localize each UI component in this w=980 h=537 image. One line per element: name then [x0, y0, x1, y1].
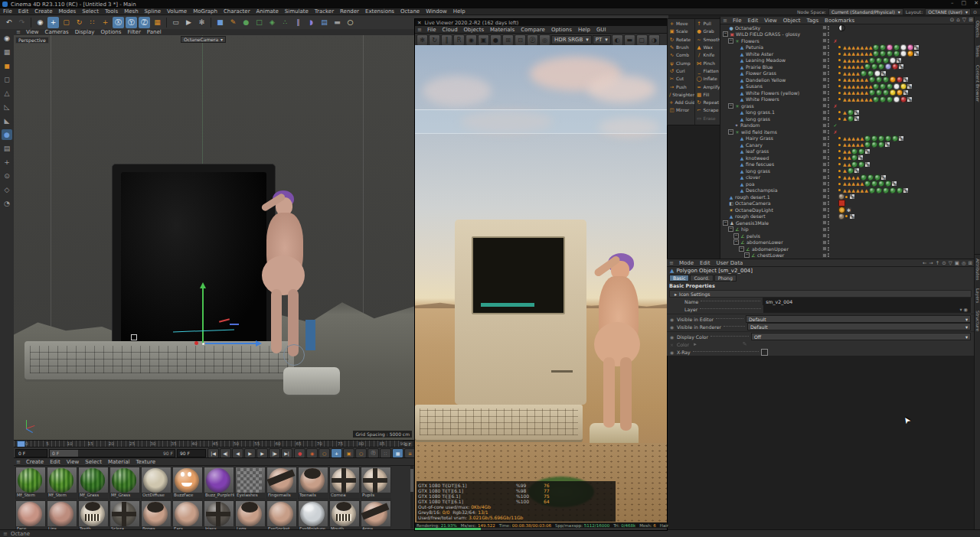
checker-x-chip[interactable]: ✕ [914, 45, 919, 50]
render-picture-viewer-icon[interactable]: ▶ [183, 17, 194, 28]
material-tile[interactable]: Mf_Grass [109, 467, 140, 500]
tree-row[interactable]: ▲Deschampsia▲▲▲▲▲▲✕ [720, 187, 975, 194]
object-name[interactable]: hip [741, 226, 749, 232]
triangle-chip[interactable]: ▲ [856, 77, 860, 82]
material-chip[interactable] [851, 148, 858, 155]
checker-x-chip[interactable]: ✕ [907, 84, 912, 89]
object-name[interactable]: White Flowers [746, 96, 779, 102]
subdivision-surface-icon[interactable]: ● [240, 17, 252, 28]
x-axis-button[interactable]: Ⓧ [113, 17, 124, 28]
play-button[interactable]: ▶ [244, 448, 256, 458]
checker-x-chip[interactable]: ✕ [899, 136, 903, 141]
viewport-camera-label[interactable]: OctaneCamera▾ [181, 36, 226, 43]
menu-volume[interactable]: Volume [164, 8, 190, 15]
polygons-mode-icon[interactable]: ◣ [2, 116, 12, 126]
material-tile[interactable]: Cornea [329, 467, 360, 500]
material-chip[interactable] [883, 57, 889, 63]
visibility-toggles[interactable] [822, 227, 832, 232]
material-tile[interactable]: Arms [361, 500, 391, 533]
checker-x-chip[interactable]: ✕ [914, 51, 919, 56]
tool-pull[interactable]: ↑Pull [695, 20, 721, 28]
dot-chip[interactable] [838, 85, 841, 87]
triangle-chip[interactable]: ▲ [861, 142, 864, 147]
material-tile[interactable]: Pupils [361, 467, 391, 500]
triangle-chip[interactable]: ▲ [843, 77, 847, 82]
deformer-icon[interactable]: ◈ [266, 17, 278, 28]
tree-row[interactable]: −♟Genesis3Male [720, 220, 975, 226]
triangle-chip[interactable]: ▲ [864, 84, 868, 89]
record-button[interactable]: ● [294, 448, 305, 458]
material-tile[interactable]: Mf_Grass [78, 467, 109, 500]
minimize-button[interactable]: – [951, 0, 954, 6]
visibility-toggles[interactable] [822, 77, 832, 82]
object-name[interactable]: Flower Grass [746, 70, 776, 76]
lv-reset-icon[interactable]: R [453, 34, 465, 46]
volume-mode-icon[interactable]: ● [2, 129, 12, 140]
triangle-chip[interactable]: ▲ [848, 71, 851, 76]
triangle-chip[interactable]: ▲ [856, 181, 860, 186]
gizmo-red-dot[interactable] [194, 341, 198, 345]
keyframe-time-icon[interactable]: ○ [318, 448, 330, 458]
material-chip[interactable] [867, 70, 874, 76]
triangle-chip[interactable]: ▲ [851, 45, 855, 50]
gizmo-y-axis[interactable] [202, 288, 204, 344]
triangle-chip[interactable]: ▲ [861, 181, 864, 186]
object-name[interactable]: OctaneCamera [735, 200, 771, 206]
maximize-button[interactable]: □ [962, 0, 967, 6]
snap-icon[interactable]: ⊙ [2, 171, 12, 181]
dot-chip[interactable] [838, 163, 841, 165]
triangle-chip[interactable]: ▲ [848, 90, 851, 95]
material-chip[interactable] [871, 135, 877, 142]
tree-row[interactable]: −∠chestLower [720, 252, 975, 259]
materials-menu-edit[interactable]: Edit [47, 459, 64, 465]
tool-flatten[interactable]: _Flatten [695, 67, 721, 75]
material-tile[interactable]: Brows [141, 500, 172, 533]
timeline-tick[interactable]: 20 [109, 441, 114, 446]
visibility-toggles[interactable] [822, 188, 832, 193]
dot-chip[interactable] [838, 170, 841, 172]
expand-icon[interactable]: − [744, 252, 750, 258]
pen-spline-icon[interactable]: ✎ [227, 17, 239, 28]
tree-row[interactable]: ▲rough desert.1✕ [720, 194, 975, 200]
coord-system-icon[interactable]: ▦ [152, 17, 163, 28]
material-tile[interactable]: EyeMoisture [298, 500, 328, 533]
triangle-chip[interactable]: ▲ [861, 90, 864, 95]
object-name[interactable]: White Aster [746, 51, 773, 57]
material-chip[interactable] [869, 57, 875, 63]
triangle-chip[interactable]: ▲ [869, 51, 873, 56]
object-name[interactable]: Hairy Grass [746, 135, 773, 141]
triangle-chip[interactable]: ▲ [843, 45, 847, 50]
visibility-toggles[interactable] [822, 233, 832, 238]
enable-mark[interactable]: ✗ [832, 103, 838, 109]
goto-start-button[interactable]: |◀ [207, 448, 219, 458]
material-chip[interactable] [878, 63, 884, 70]
dot-chip[interactable] [838, 111, 841, 113]
lv-menu-compare[interactable]: Compare [518, 27, 548, 33]
object-manager[interactable]: ≡ FileEditViewObjectTagsBookmarks ⊙⌂▽⊞ ●… [720, 17, 975, 259]
material-chip[interactable] [871, 142, 877, 148]
tool-fill[interactable]: ▩Fill [695, 91, 721, 99]
tool-brush[interactable]: ✎Brush [668, 44, 694, 51]
materials-menu-material[interactable]: Material [105, 459, 132, 465]
checker-x-chip[interactable]: ✕ [858, 155, 863, 160]
triangle-chip[interactable]: ▲ [851, 90, 855, 95]
checker-x-chip[interactable]: ✕ [854, 168, 859, 173]
material-chip[interactable] [900, 44, 906, 50]
triangle-chip[interactable]: ▲ [856, 142, 860, 147]
material-chip[interactable] [869, 76, 875, 83]
am-menu-edit[interactable]: Edit [697, 260, 714, 266]
materials-menu-view[interactable]: View [64, 459, 83, 465]
octane-live-viewer[interactable]: ✕ Live Viewer 2020.2-R2 (162 days left) … [414, 18, 668, 531]
am-corner-icon-1[interactable]: → [929, 260, 933, 266]
redo-icon[interactable]: ↷ [16, 17, 28, 28]
volume-icon[interactable]: ◗ [305, 17, 317, 28]
material-chip[interactable] [892, 135, 898, 142]
hamburger-icon[interactable]: ≡ [415, 27, 424, 33]
lv-ball-icon[interactable]: ● [490, 34, 501, 46]
tool-repeat[interactable]: ↻Repeat [695, 99, 721, 106]
visible-renderer-select[interactable]: Default▾ [747, 323, 971, 330]
tree-row[interactable]: ▲Leaning Meadow▲▲▲▲▲▲✕ [720, 57, 975, 64]
move-tool-icon[interactable]: + [47, 17, 59, 28]
expand-icon[interactable]: − [728, 129, 733, 135]
material-tile[interactable]: BuzzFace [172, 467, 203, 500]
